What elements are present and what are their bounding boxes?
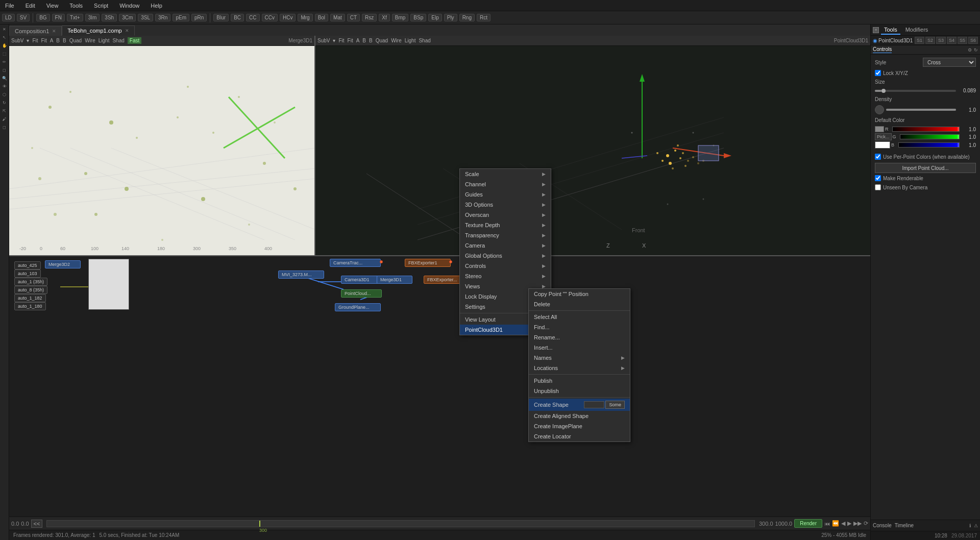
node-auto1182[interactable]: auto_1_182 [14,294,46,302]
ctx-transparency[interactable]: Transparency ▶ [460,230,551,240]
panel-icon-expand[interactable]: + [873,27,879,33]
toolbar-mat[interactable]: Mat [330,14,345,21]
panel-icon-settings[interactable]: ⚙ [968,47,972,53]
timeline-play[interactable]: ▶ [847,520,851,527]
sidebar-icon-rotate[interactable]: ↻ [1,99,8,106]
stab-s3[interactable]: S3 [936,37,946,44]
b-color-bar[interactable] [898,142,960,148]
menu-file[interactable]: File [3,2,16,10]
viewer-2d-light[interactable]: Light [99,38,110,43]
timeline-loop[interactable]: ⟳ [864,520,868,527]
viewer-2d-canvas[interactable]: -20 0 60 100 140 180 300 350 400 [9,46,314,255]
viewer-2d-a[interactable]: A [50,38,54,43]
sidebar-icon-move[interactable]: ✋ [1,42,8,49]
timeline-prev-frame[interactable]: ◀ [841,520,845,527]
node-mvi3273[interactable]: MVI_3273.M... [278,271,324,279]
sidebar-icon-3d[interactable]: ⬡ [1,91,8,98]
node-auto425[interactable]: auto_425 [14,261,41,269]
size-slider[interactable] [875,90,956,92]
size-slider-thumb[interactable] [881,89,886,93]
sub-create-aligned-shape[interactable]: Create Aligned Shape [529,411,630,421]
sidebar-icon-paint[interactable]: 🖌 [1,115,8,122]
ctx-global-options[interactable]: Global Options ▶ [460,251,551,261]
sidebar-icon-eraser[interactable]: ◻ [1,124,8,131]
sidebar-icon-shape[interactable]: ◻ [1,66,8,73]
per-point-colors-checkbox[interactable] [875,154,881,160]
toolbar-3rn[interactable]: 3Rn [155,14,170,21]
sidebar-icon-zoom[interactable]: 🔍 [1,75,8,82]
toolbar-fn[interactable]: FN [52,14,65,21]
pick-button[interactable]: Pick... [875,133,892,140]
menu-edit[interactable]: Edit [23,2,37,10]
sub-create-shape[interactable]: Create Shape Some [529,399,630,411]
toolbar-blur[interactable]: Blur [213,14,229,21]
panel-icon-info[interactable]: ℹ [969,523,971,528]
ctx-controls[interactable]: Controls ▶ [460,261,551,271]
sub-rename[interactable]: Rename... [529,332,630,342]
some-button[interactable]: Some [605,401,625,409]
menu-tools[interactable]: Tools [67,2,85,10]
ctx-guides[interactable]: Guides ▶ [460,189,551,200]
viewer-3d-subv[interactable]: SubV [317,38,330,43]
viewer-2d-shad[interactable]: Shad [112,38,124,43]
toolbar-elp[interactable]: Elp [428,14,442,21]
stab-s4[interactable]: S4 [947,37,957,44]
sidebar-icon-arrow[interactable]: ↖ [1,34,8,41]
lock-xyz-checkbox[interactable] [875,70,881,76]
create-shape-input[interactable] [584,401,604,408]
sub-create-imageplane[interactable]: Create ImagePlane [529,421,630,431]
panel-tab-modifiers[interactable]: Modifiers [902,26,932,35]
viewer-2d-wire[interactable]: Wire [85,38,95,43]
toolbar-prn[interactable]: pRn [191,14,207,21]
toolbar-3cm[interactable]: 3Cm [119,14,136,21]
toolbar-txt[interactable]: Txt+ [67,14,83,21]
viewer-3d-b1[interactable]: B [362,38,366,43]
ctx-overscan[interactable]: Overscan ▶ [460,210,551,220]
sub-names[interactable]: Names ▶ [529,353,630,363]
toolbar-hcv[interactable]: HCv [280,14,296,21]
toolbar-cc[interactable]: CC [246,14,259,21]
node-fbxexporter1[interactable]: FBXExporter1 [405,259,451,267]
viewer-2d-fast[interactable]: Fast [128,37,141,44]
sub-publish[interactable]: Publish [529,376,630,386]
toolbar-bg[interactable]: BG [36,14,50,21]
timeline-tab[interactable]: Timeline [895,523,914,528]
ctx-stereo[interactable]: Stereo ▶ [460,271,551,281]
toolbar-sv[interactable]: SV [17,14,30,21]
node-auto1180[interactable]: auto_1_180 [14,302,46,310]
panel-tab-tools[interactable]: Tools [881,26,900,35]
node-merge3d1[interactable]: Merge3D1 [377,276,412,284]
node-merge3d2[interactable]: Merge3D2 [45,260,81,268]
toolbar-bsp[interactable]: BSp [410,14,426,21]
toolbar-rct[interactable]: Rct [477,14,491,21]
toolbar-xf[interactable]: Xf [379,14,389,21]
toolbar-bmp[interactable]: Bmp [392,14,409,21]
toolbar-rng[interactable]: Rng [459,14,475,21]
timeline-prev[interactable]: ⏮ [824,521,830,527]
node-camera3d1[interactable]: Camera3D1 [341,276,382,284]
stab-s5[interactable]: S5 [958,37,967,44]
panel-icon-refresh[interactable]: ↻ [974,47,978,53]
density-indicator[interactable] [875,105,884,114]
menu-help[interactable]: Help [149,2,164,10]
sidebar-icon-eye[interactable]: 👁 [1,83,8,90]
sub-delete[interactable]: Delete [529,299,630,309]
viewer-3d-fit1[interactable]: Fit [338,38,344,43]
viewer-2d-fit2[interactable]: Fit [41,38,47,43]
ctx-channel[interactable]: Channel ▶ [460,179,551,189]
toolbar-pem[interactable]: pEm [173,14,189,21]
sidebar-icon-scale[interactable]: ⇱ [1,107,8,114]
density-slider[interactable] [886,109,956,111]
menu-view[interactable]: View [44,2,61,10]
subtab-controls[interactable]: Controls [873,46,892,53]
viewer-2d-b2[interactable]: B [63,38,66,43]
density-slider-container[interactable]: 1.0 [886,107,976,113]
stab-s6[interactable]: S6 [968,37,978,44]
toolbar-rsz[interactable]: Rsz [362,14,377,21]
node-cameratracker[interactable]: CameraTrac... [330,259,381,267]
viewer-2d-b1[interactable]: B [56,38,60,43]
toolbar-ld[interactable]: LD [2,14,15,21]
tab-close-comp1[interactable]: ✕ [52,29,56,34]
toolbar-ply[interactable]: Ply [444,14,457,21]
sub-create-locator[interactable]: Create Locator [529,431,630,441]
